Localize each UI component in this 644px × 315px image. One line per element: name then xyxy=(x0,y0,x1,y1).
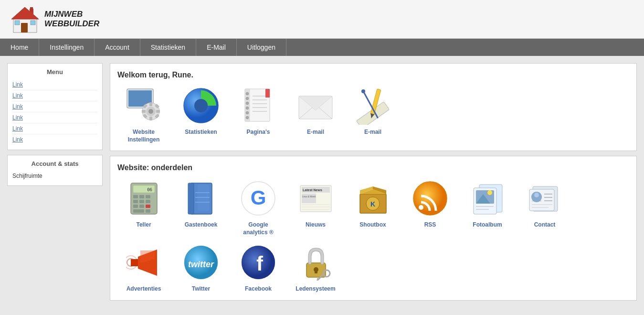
icon-google-analytics[interactable]: G Google analytics ® xyxy=(232,179,285,236)
svg-point-26 xyxy=(246,97,249,100)
sidebar-link-2[interactable]: Link xyxy=(12,90,97,101)
svg-rect-5 xyxy=(31,21,35,25)
svg-text:06: 06 xyxy=(147,187,152,192)
svg-rect-4 xyxy=(15,21,20,25)
icon-gastenboek[interactable]: Gastenboek xyxy=(175,179,227,236)
svg-point-45 xyxy=(361,89,365,93)
svg-rect-53 xyxy=(139,200,144,203)
icon-rss[interactable]: RSS xyxy=(404,179,456,236)
svg-point-29 xyxy=(246,111,249,114)
svg-rect-15 xyxy=(156,110,160,113)
svg-rect-71 xyxy=(302,194,316,203)
sidebar-link-1[interactable]: Link xyxy=(12,79,97,90)
svg-point-11 xyxy=(148,109,153,114)
navbar: Home Instellingen Account Statistieken E… xyxy=(0,39,644,56)
nav-statistieken[interactable]: Statistieken xyxy=(140,39,196,56)
icon-shoutbox[interactable]: K Shoutbox xyxy=(347,179,399,236)
svg-point-27 xyxy=(246,102,249,105)
svg-rect-36 xyxy=(265,89,270,98)
logo-text: MIJNWEB WEBBUILDER xyxy=(44,10,99,28)
svg-rect-54 xyxy=(146,200,150,203)
svg-text:Linux & World: Linux & World xyxy=(302,196,316,198)
icon-email2[interactable]: E-mail xyxy=(347,87,399,143)
svg-rect-61 xyxy=(188,183,194,214)
svg-rect-50 xyxy=(139,195,144,198)
welcome-icon-grid: Website Instellingen xyxy=(117,87,629,143)
website-panel-title: Website: onderdelen xyxy=(117,163,629,172)
svg-rect-6 xyxy=(30,7,33,12)
svg-text:twitter: twitter xyxy=(188,260,214,269)
welcome-panel: Welkom terug, Rune. xyxy=(110,63,637,151)
website-panel: Website: onderdelen 06 xyxy=(110,156,637,301)
svg-rect-58 xyxy=(133,209,144,213)
nav-email[interactable]: E-Mail xyxy=(196,39,237,56)
svg-point-89 xyxy=(487,190,492,195)
svg-rect-55 xyxy=(133,205,138,208)
welcome-title: Welkom terug, Rune. xyxy=(117,71,629,79)
content: Welkom terug, Rune. xyxy=(110,63,637,301)
icon-paginas[interactable]: Pagina's xyxy=(232,87,285,143)
svg-rect-52 xyxy=(133,200,138,203)
icon-email1[interactable]: E-mail xyxy=(289,87,342,143)
nav-uitloggen[interactable]: Uitloggen xyxy=(237,39,286,56)
sidebar-stats-box: Account & stats Schijfruimte xyxy=(7,155,103,186)
svg-marker-1 xyxy=(11,7,39,19)
svg-point-95 xyxy=(534,193,539,197)
svg-rect-14 xyxy=(142,110,146,113)
icon-facebook[interactable]: f Facebook xyxy=(232,243,285,293)
sidebar-link-5[interactable]: Link xyxy=(12,123,97,134)
sidebar: Menu Link Link Link Link Link Link Accou… xyxy=(7,63,103,301)
svg-text:G: G xyxy=(250,186,266,209)
svg-rect-49 xyxy=(133,195,138,198)
svg-rect-114 xyxy=(315,270,317,273)
svg-rect-59 xyxy=(146,209,150,213)
icon-twitter[interactable]: twitter Twitter xyxy=(175,243,227,293)
icon-fotoalbum[interactable]: Fotoalbum xyxy=(461,179,514,236)
svg-point-84 xyxy=(419,205,423,210)
main-layout: Menu Link Link Link Link Link Link Accou… xyxy=(0,56,644,308)
sidebar-menu-box: Menu Link Link Link Link Link Link xyxy=(7,63,103,150)
svg-text:Latest News: Latest News xyxy=(303,188,322,192)
svg-point-22 xyxy=(194,99,208,112)
nav-instellingen[interactable]: Instellingen xyxy=(39,39,95,56)
header: MIJNWEB WEBBUILDER xyxy=(0,0,644,39)
svg-rect-13 xyxy=(149,117,152,120)
sidebar-link-4[interactable]: Link xyxy=(12,112,97,123)
icon-nieuws[interactable]: Latest News Linux & World Nieuws xyxy=(289,179,342,236)
icon-website-instellingen[interactable]: Website Instellingen xyxy=(117,87,170,143)
website-icon-grid-row2: Advertenties xyxy=(117,243,629,293)
svg-rect-3 xyxy=(21,23,28,33)
svg-rect-56 xyxy=(139,205,144,208)
website-icon-grid-row1: 06 xyxy=(117,179,629,236)
icon-ledensysteem[interactable]: Ledensysteem xyxy=(289,243,342,293)
icon-contact[interactable]: Contact xyxy=(518,179,571,236)
svg-text:K: K xyxy=(370,200,375,208)
svg-point-30 xyxy=(246,116,249,119)
icon-statistieken[interactable]: Statistieken xyxy=(175,87,227,143)
nav-home[interactable]: Home xyxy=(0,39,39,56)
sidebar-stats-title: Account & stats xyxy=(12,160,97,167)
sidebar-menu-title: Menu xyxy=(12,68,97,76)
sidebar-link-6[interactable]: Link xyxy=(12,134,97,145)
icon-teller[interactable]: 06 xyxy=(117,179,170,236)
svg-text:f: f xyxy=(256,252,264,275)
nav-account[interactable]: Account xyxy=(95,39,140,56)
logo-area: MIJNWEB WEBBUILDER xyxy=(10,5,99,33)
svg-rect-12 xyxy=(149,102,152,106)
sidebar-link-3[interactable]: Link xyxy=(12,101,97,112)
svg-rect-51 xyxy=(146,195,150,198)
svg-point-28 xyxy=(246,107,249,109)
sidebar-stat-schijfruimte: Schijfruimte xyxy=(12,171,97,181)
logo-house-icon xyxy=(10,5,41,33)
svg-rect-57 xyxy=(146,205,150,208)
icon-advertenties[interactable]: Advertenties xyxy=(117,243,170,293)
svg-point-25 xyxy=(246,92,249,95)
